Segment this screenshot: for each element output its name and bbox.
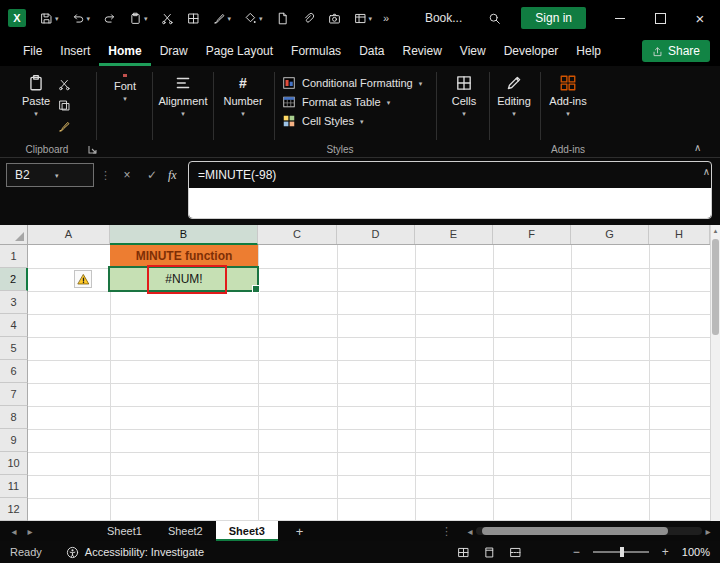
save-icon[interactable]: [38, 10, 61, 27]
zoom-slider-thumb[interactable]: [620, 547, 624, 557]
undo-icon[interactable]: [70, 10, 93, 27]
tab-file[interactable]: File: [14, 36, 51, 66]
row-header-1[interactable]: 1: [0, 245, 28, 268]
paste-button[interactable]: Paste: [14, 74, 58, 117]
page-layout-view-icon[interactable]: [483, 546, 496, 559]
column-header-B[interactable]: B: [110, 225, 258, 245]
editing-group-button[interactable]: Editing: [491, 74, 537, 117]
cells-group-button[interactable]: Cells: [441, 74, 487, 117]
cut-icon[interactable]: [58, 78, 71, 91]
more-commands-icon[interactable]: [383, 12, 389, 24]
row-header-11[interactable]: 11: [0, 475, 28, 498]
close-button[interactable]: [680, 0, 720, 36]
zoom-slider[interactable]: [593, 551, 649, 553]
add-sheet-icon[interactable]: [296, 524, 304, 539]
name-box[interactable]: B2: [6, 163, 94, 187]
borders-icon[interactable]: [185, 10, 202, 27]
row-header-5[interactable]: 5: [0, 337, 28, 360]
cell-styles-button[interactable]: Cell Styles: [282, 114, 422, 128]
collapse-formula-bar-icon[interactable]: [703, 166, 710, 177]
paste-icon[interactable]: [127, 10, 150, 27]
scroll-right-icon[interactable]: [700, 526, 716, 537]
format-painter-icon[interactable]: [211, 10, 234, 27]
zoom-level[interactable]: 100%: [682, 546, 710, 558]
excel-logo-icon[interactable]: X: [8, 9, 26, 27]
sheet-bar-menu-icon[interactable]: [441, 525, 452, 538]
cancel-icon[interactable]: ×: [118, 168, 136, 182]
page-break-view-icon[interactable]: [509, 546, 522, 559]
vertical-scrollbar-thumb[interactable]: [712, 239, 719, 335]
format-painter-icon[interactable]: [58, 120, 71, 133]
next-sheet-icon[interactable]: [22, 526, 38, 537]
normal-view-icon[interactable]: [457, 546, 470, 559]
column-header-A[interactable]: A: [28, 225, 110, 244]
fill-color-icon[interactable]: [242, 10, 265, 27]
row-header-7[interactable]: 7: [0, 383, 28, 406]
sheet-tab-sheet3[interactable]: Sheet3: [216, 521, 278, 541]
zoom-out-icon[interactable]: [573, 545, 580, 559]
formula-text[interactable]: =MINUTE(-98): [198, 163, 276, 187]
tab-insert[interactable]: Insert: [51, 36, 99, 66]
number-group-button[interactable]: Number: [216, 74, 270, 117]
row-header-4[interactable]: 4: [0, 314, 28, 337]
row-header-3[interactable]: 3: [0, 291, 28, 314]
tab-home[interactable]: Home: [99, 36, 150, 66]
search-icon[interactable]: [488, 12, 501, 25]
table-icon[interactable]: [352, 10, 375, 27]
alignment-group-button[interactable]: Alignment: [155, 74, 211, 117]
scroll-up-icon[interactable]: [711, 225, 720, 237]
attach-icon[interactable]: [300, 10, 317, 27]
column-header-F[interactable]: F: [493, 225, 571, 244]
row-header-2[interactable]: 2: [0, 268, 28, 291]
horizontal-scrollbar[interactable]: [460, 521, 718, 541]
tab-formulas[interactable]: Formulas: [282, 36, 350, 66]
font-group-button[interactable]: Font: [100, 74, 150, 102]
camera-icon[interactable]: [326, 10, 343, 27]
redo-icon[interactable]: [101, 10, 118, 27]
sheet-tab-sheet1[interactable]: Sheet1: [94, 521, 155, 541]
conditional-formatting-button[interactable]: Conditional Formatting: [282, 76, 422, 90]
column-header-E[interactable]: E: [415, 225, 493, 244]
tab-developer[interactable]: Developer: [495, 36, 568, 66]
tab-draw[interactable]: Draw: [151, 36, 197, 66]
insert-function-icon[interactable]: fx: [168, 168, 177, 183]
column-header-D[interactable]: D: [337, 225, 415, 244]
horizontal-scrollbar-track[interactable]: [476, 527, 702, 535]
tab-review[interactable]: Review: [393, 36, 450, 66]
accessibility-status[interactable]: Accessibility: Investigate: [85, 546, 204, 558]
tab-help[interactable]: Help: [567, 36, 610, 66]
column-header-G[interactable]: G: [571, 225, 649, 244]
new-document-icon[interactable]: [274, 10, 291, 27]
clipboard-dialog-launcher-icon[interactable]: [88, 145, 97, 154]
select-all-button[interactable]: [0, 225, 28, 244]
format-as-table-button[interactable]: Format as Table: [282, 95, 422, 109]
addins-button[interactable]: Add-ins: [543, 74, 593, 117]
tab-data[interactable]: Data: [350, 36, 393, 66]
collapse-ribbon-icon[interactable]: [694, 142, 701, 153]
column-header-C[interactable]: C: [258, 225, 337, 244]
error-options-button[interactable]: [74, 270, 92, 288]
copy-icon[interactable]: [58, 99, 71, 112]
minimize-button[interactable]: [600, 0, 640, 36]
share-button[interactable]: Share: [642, 40, 710, 62]
formula-bar-grip-icon[interactable]: [100, 169, 111, 182]
tab-page-layout[interactable]: Page Layout: [197, 36, 282, 66]
row-header-6[interactable]: 6: [0, 360, 28, 383]
row-header-8[interactable]: 8: [0, 406, 28, 429]
tab-view[interactable]: View: [451, 36, 495, 66]
enter-icon[interactable]: ✓: [143, 168, 161, 182]
row-header-12[interactable]: 12: [0, 498, 28, 521]
maximize-button[interactable]: [640, 0, 680, 36]
column-header-H[interactable]: H: [649, 225, 710, 244]
fill-handle[interactable]: [252, 285, 260, 293]
previous-sheet-icon[interactable]: [6, 526, 22, 537]
row-header-10[interactable]: 10: [0, 452, 28, 475]
vertical-scrollbar[interactable]: [710, 225, 720, 521]
sign-in-button[interactable]: Sign in: [521, 7, 586, 29]
row-header-9[interactable]: 9: [0, 429, 28, 452]
horizontal-scrollbar-thumb[interactable]: [482, 527, 668, 535]
sheet-tab-sheet2[interactable]: Sheet2: [155, 521, 216, 541]
cut-icon[interactable]: [159, 10, 176, 27]
zoom-in-icon[interactable]: [662, 545, 669, 559]
formula-input-expanded-area[interactable]: [189, 188, 711, 218]
